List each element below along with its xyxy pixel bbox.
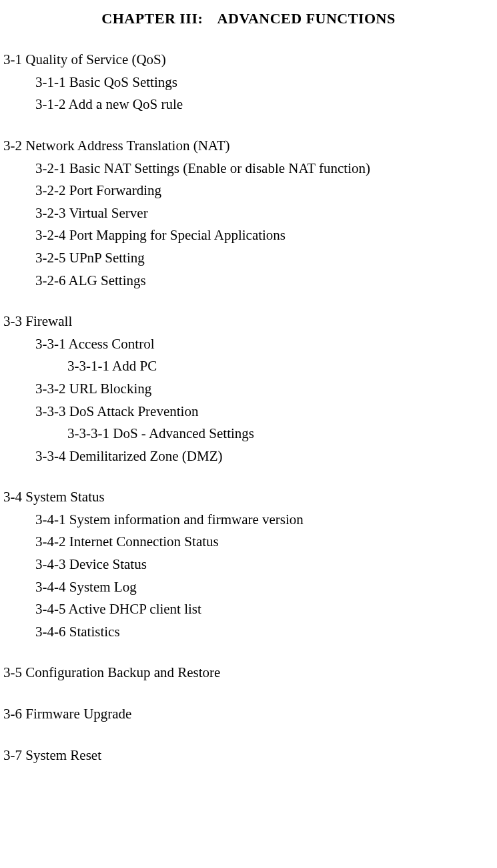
toc-entry-title: System Status: [25, 489, 104, 505]
toc-entry-number: 3-3-2: [35, 381, 66, 397]
toc-entry-title: Internet Connection Status: [69, 533, 219, 550]
toc-entry-title: Port Forwarding: [69, 182, 161, 198]
toc-entry-number: 3-2-4: [35, 227, 66, 243]
toc-entry-title: System Log: [69, 579, 137, 595]
toc-entry-title: Configuration Backup and Restore: [25, 664, 220, 680]
toc-entry-number: 3-3-3: [35, 403, 66, 419]
toc-entry-title: Access Control: [69, 336, 155, 352]
toc-entry-number: 3-3-3-1: [67, 425, 109, 441]
toc-entry: 3-3 Firewall: [3, 310, 494, 333]
toc-entry: 3-3-3 DoS Attack Prevention: [3, 401, 494, 423]
toc-entry-title: Quality of Service (QoS): [25, 51, 166, 67]
toc-entry: 3-2-2 Port Forwarding: [3, 180, 494, 202]
toc-entry-title: Device Status: [69, 556, 147, 572]
toc-entry-number: 3-1-1: [35, 74, 66, 90]
toc-entry-number: 3-4-1: [35, 511, 66, 527]
toc-entry-title: Firewall: [25, 313, 72, 329]
toc-entry: 3-2 Network Address Translation (NAT): [3, 135, 494, 158]
toc-entry: 3-4-2 Internet Connection Status: [3, 531, 494, 554]
toc-entry-title: UPnP Setting: [69, 250, 145, 266]
toc-entry-number: 3-3: [3, 313, 22, 329]
toc-entry: 3-4-6 Statistics: [3, 621, 494, 644]
toc-entry-title: ALG Settings: [69, 272, 146, 288]
toc-entry-title: Active DHCP client list: [69, 601, 201, 617]
toc-entry-number: 3-4-5: [35, 601, 66, 617]
toc-section: 3-5 Configuration Backup and Restore: [3, 662, 494, 684]
toc-entry: 3-3-3-1 DoS - Advanced Settings: [3, 423, 494, 445]
toc-entry-number: 3-2-3: [35, 205, 66, 221]
chapter-heading: CHAPTER III: ADVANCED FUNCTIONS: [3, 7, 494, 30]
toc-entry: 3-1-2 Add a new QoS rule: [3, 93, 494, 116]
toc-entry: 3-1 Quality of Service (QoS): [3, 49, 494, 71]
toc-entry-number: 3-2-2: [35, 182, 66, 198]
toc-entry-number: 3-4-4: [35, 579, 66, 595]
toc-entry: 3-4 System Status: [3, 486, 494, 509]
toc-entry-number: 3-6: [3, 706, 22, 722]
toc-entry-title: Statistics: [69, 624, 120, 640]
toc-entry-number: 3-5: [3, 664, 22, 680]
toc-entry: 3-3-1 Access Control: [3, 333, 494, 356]
toc-entry: 3-2-5 UPnP Setting: [3, 247, 494, 270]
toc-entry-number: 3-3-4: [35, 448, 66, 464]
toc-section: 3-4 System Status3-4-1 System informatio…: [3, 486, 494, 643]
toc-entry-title: Demilitarized Zone (DMZ): [69, 448, 223, 464]
toc-entry-number: 3-2-6: [35, 272, 66, 288]
toc-entry-title: DoS Attack Prevention: [69, 403, 199, 419]
toc-entry: 3-4-5 Active DHCP client list: [3, 598, 494, 621]
toc-section: 3-7 System Reset: [3, 744, 494, 767]
toc-section: 3-1 Quality of Service (QoS)3-1-1 Basic …: [3, 49, 494, 116]
toc-entry-number: 3-4: [3, 489, 22, 505]
toc-section: 3-3 Firewall3-3-1 Access Control3-3-1-1 …: [3, 310, 494, 467]
toc-entry: 3-5 Configuration Backup and Restore: [3, 662, 494, 684]
toc-entry-number: 3-4-2: [35, 533, 66, 550]
toc-entry: 3-4-4 System Log: [3, 576, 494, 599]
toc-entry: 3-7 System Reset: [3, 744, 494, 767]
toc-entry: 3-2-4 Port Mapping for Special Applicati…: [3, 224, 494, 247]
toc-entry-number: 3-3-1: [35, 336, 66, 352]
toc-entry: 3-4-1 System information and firmware ve…: [3, 509, 494, 531]
toc-entry-title: DoS - Advanced Settings: [113, 425, 254, 441]
toc-entry-title: Add a new QoS rule: [69, 96, 183, 112]
toc-entry-number: 3-1: [3, 51, 22, 67]
toc-entry: 3-6 Firmware Upgrade: [3, 703, 494, 726]
toc-entry-title: Basic QoS Settings: [69, 74, 177, 90]
toc-section: 3-2 Network Address Translation (NAT)3-2…: [3, 135, 494, 292]
toc-entry: 3-3-2 URL Blocking: [3, 378, 494, 401]
toc-entry: 3-4-3 Device Status: [3, 554, 494, 576]
toc-entry: 3-2-6 ALG Settings: [3, 270, 494, 292]
toc-entry-number: 3-7: [3, 747, 22, 763]
toc-entry-title: System Reset: [25, 747, 101, 763]
toc-entry: 3-3-4 Demilitarized Zone (DMZ): [3, 445, 494, 468]
toc-entry-title: Basic NAT Settings (Enable or disable NA…: [69, 160, 370, 176]
toc-section: 3-6 Firmware Upgrade: [3, 703, 494, 726]
toc-entry-number: 3-2-5: [35, 250, 66, 266]
toc-entry-title: URL Blocking: [69, 381, 151, 397]
toc-entry: 3-2-3 Virtual Server: [3, 202, 494, 225]
toc-entry-title: Add PC: [112, 358, 157, 374]
toc-entry-number: 3-1-2: [35, 96, 66, 112]
toc-entry-number: 3-4-3: [35, 556, 66, 572]
toc-entry: 3-1-1 Basic QoS Settings: [3, 71, 494, 94]
table-of-contents: 3-1 Quality of Service (QoS)3-1-1 Basic …: [3, 49, 494, 767]
toc-entry-title: Port Mapping for Special Applications: [69, 227, 286, 243]
toc-entry-title: Virtual Server: [69, 205, 147, 221]
toc-entry: 3-3-1-1 Add PC: [3, 355, 494, 378]
toc-entry-number: 3-2: [3, 138, 22, 154]
toc-entry-title: System information and firmware version: [69, 511, 304, 527]
toc-entry-number: 3-3-1-1: [67, 358, 109, 374]
toc-entry-number: 3-4-6: [35, 624, 66, 640]
toc-entry-title: Firmware Upgrade: [25, 706, 131, 722]
toc-entry: 3-2-1 Basic NAT Settings (Enable or disa…: [3, 158, 494, 180]
toc-entry-title: Network Address Translation (NAT): [25, 138, 229, 154]
toc-entry-number: 3-2-1: [35, 160, 66, 176]
